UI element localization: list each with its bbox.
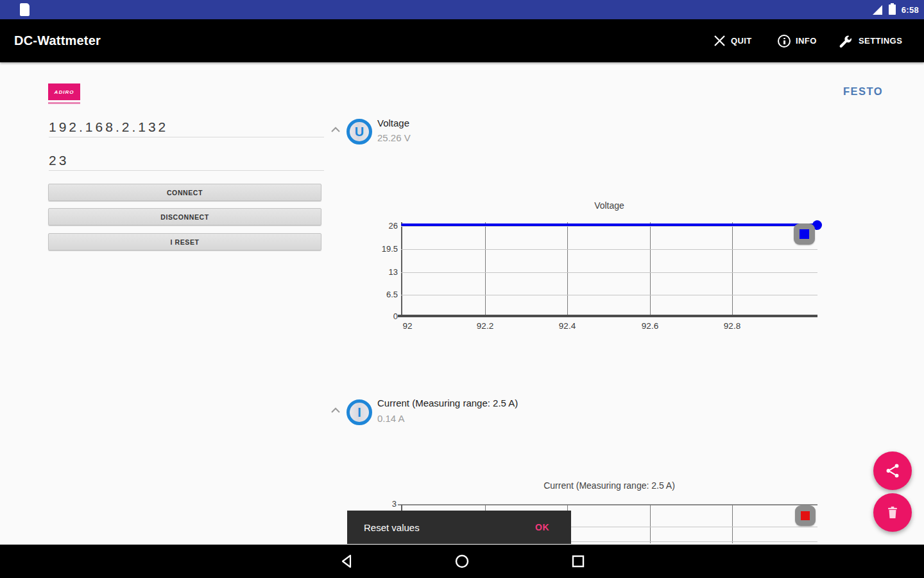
home-button[interactable] xyxy=(436,545,488,578)
app-title: DC-Wattmeter xyxy=(14,19,101,62)
voltage-xtick: 92 xyxy=(389,321,425,331)
share-icon xyxy=(884,462,901,479)
settings-label: SETTINGS xyxy=(859,36,902,46)
voltage-xtick: 92.6 xyxy=(632,321,668,331)
adiro-logo: ADIRO xyxy=(48,83,80,100)
voltage-legend-swatch-icon xyxy=(800,229,809,239)
voltage-chart-x-axis xyxy=(398,315,817,317)
voltage-ytick: 13 xyxy=(366,267,398,277)
trash-icon xyxy=(885,505,900,520)
notification-icon xyxy=(20,3,30,16)
snackbar-message: Reset values xyxy=(364,522,420,533)
current-legend-swatch-icon xyxy=(801,511,810,520)
voltage-xtick: 92.4 xyxy=(549,321,585,331)
wrench-icon xyxy=(837,33,853,49)
voltage-value: 25.26 V xyxy=(377,132,411,143)
current-value: 0.14 A xyxy=(377,413,405,424)
voltage-series-line xyxy=(401,223,816,226)
snackbar: Reset values OK xyxy=(347,511,571,544)
recents-icon xyxy=(571,554,585,568)
clock: 6:58 xyxy=(902,5,919,15)
voltage-xtick: 92.8 xyxy=(714,321,750,331)
voltage-ytick: 0 xyxy=(366,311,398,321)
info-icon xyxy=(778,35,791,48)
signal-icon xyxy=(872,4,883,15)
current-label: Current (Measuring range: 2.5 A) xyxy=(377,398,518,408)
current-chart-title: Current (Measuring range: 2.5 A) xyxy=(401,480,817,491)
current-chart-top-axis xyxy=(398,504,817,505)
i-reset-button[interactable]: I RESET xyxy=(48,233,321,250)
voltage-ytick: 26 xyxy=(366,221,398,231)
voltage-label: Voltage xyxy=(377,118,409,128)
voltage-ytick: 19.5 xyxy=(366,244,398,254)
voltage-xtick: 92.2 xyxy=(467,321,503,331)
info-label: INFO xyxy=(796,36,817,46)
festo-logo: FESTO xyxy=(843,85,883,98)
quit-label: QUIT xyxy=(731,36,752,46)
share-fab-button[interactable] xyxy=(873,451,912,490)
quit-button[interactable]: QUIT xyxy=(714,19,752,62)
battery-icon xyxy=(889,4,896,15)
back-button[interactable] xyxy=(321,545,372,578)
voltage-chart-title: Voltage xyxy=(401,200,817,211)
current-chart-legend xyxy=(795,505,816,526)
voltage-unit-icon: U xyxy=(346,119,372,144)
current-unit-icon: I xyxy=(346,399,372,425)
voltage-chart-y-axis xyxy=(401,222,402,317)
voltage-ytick: 6.5 xyxy=(366,290,398,299)
snackbar-ok-button[interactable]: OK xyxy=(535,522,549,532)
close-icon xyxy=(714,35,726,47)
voltage-collapse-chevron-icon[interactable] xyxy=(330,127,341,133)
delete-fab-button[interactable] xyxy=(873,493,912,532)
settings-button[interactable]: SETTINGS xyxy=(837,19,902,62)
android-nav-bar xyxy=(0,545,924,578)
dc-wattmeter-app: 6:58 DC-Wattmeter QUIT INFO SETTINGS ADI… xyxy=(0,0,924,578)
back-icon xyxy=(339,554,354,569)
adiro-logo-underline xyxy=(48,102,80,104)
home-icon xyxy=(454,554,470,569)
app-bar: DC-Wattmeter QUIT INFO SETTINGS xyxy=(0,19,924,62)
voltage-chart-legend xyxy=(794,223,815,245)
recents-button[interactable] xyxy=(552,545,604,578)
current-collapse-chevron-icon[interactable] xyxy=(330,407,341,414)
connect-button[interactable]: CONNECT xyxy=(48,184,321,201)
port-input[interactable] xyxy=(49,150,324,171)
status-bar: 6:58 xyxy=(0,0,924,19)
info-button[interactable]: INFO xyxy=(778,19,817,62)
current-ytick: 3 xyxy=(364,499,397,509)
ip-address-input[interactable] xyxy=(49,117,324,137)
disconnect-button[interactable]: DISCONNECT xyxy=(48,208,321,225)
